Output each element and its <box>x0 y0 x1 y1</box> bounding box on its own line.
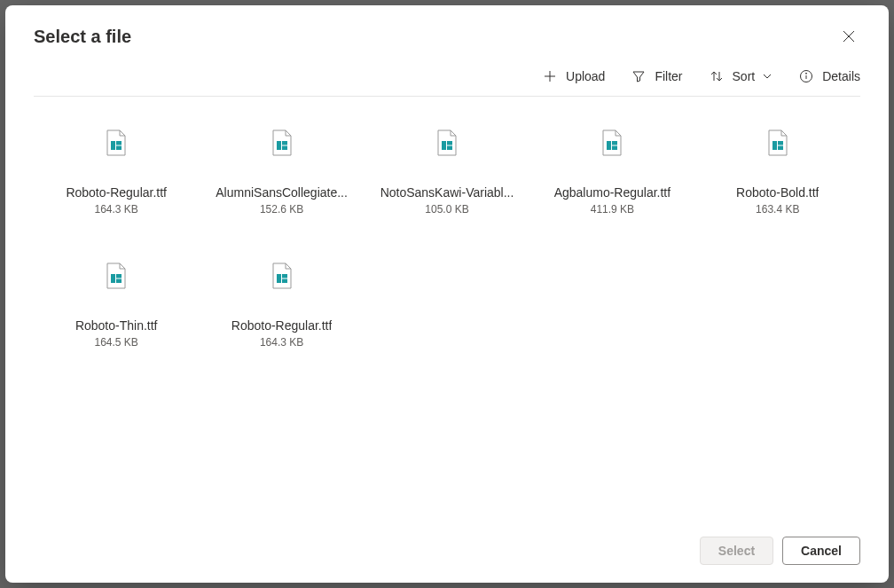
details-button[interactable]: Details <box>799 69 860 83</box>
sort-label: Sort <box>733 69 756 83</box>
file-size: 152.6 KB <box>260 203 303 216</box>
file-size: 164.3 KB <box>260 336 303 349</box>
toolbar: Upload Filter Sort <box>34 60 860 97</box>
file-item[interactable]: Roboto-Thin.ttf 164.5 KB <box>34 247 199 363</box>
file-item[interactable]: AlumniSansCollegiate... 152.6 KB <box>199 114 364 230</box>
file-size: 105.0 KB <box>425 203 468 216</box>
file-name: Roboto-Bold.ttf <box>736 185 819 200</box>
font-file-icon <box>764 129 792 157</box>
file-name: Roboto-Regular.ttf <box>66 185 167 200</box>
svg-rect-15 <box>442 141 446 150</box>
dialog-header: Select a file <box>5 5 889 60</box>
file-item[interactable]: NotoSansKawi-Variabl... 105.0 KB <box>365 114 529 230</box>
svg-rect-14 <box>282 146 287 151</box>
file-item[interactable]: Roboto-Regular.ttf 164.3 KB <box>34 114 199 230</box>
svg-point-8 <box>806 73 807 74</box>
font-file-icon <box>598 129 626 157</box>
font-file-icon <box>268 262 296 290</box>
plus-icon <box>543 69 557 83</box>
dialog-title: Select a file <box>34 27 131 47</box>
file-select-dialog: Select a file Upload Filter <box>5 5 889 583</box>
file-name: Roboto-Regular.ttf <box>231 318 333 333</box>
dialog-footer: Select Cancel <box>5 522 889 583</box>
file-grid: Roboto-Regular.ttf 164.3 KB AlumniSansCo… <box>34 114 860 363</box>
svg-rect-24 <box>111 274 115 283</box>
svg-rect-12 <box>277 141 281 150</box>
filter-icon <box>631 69 646 83</box>
close-icon <box>843 30 855 43</box>
file-name: Roboto-Thin.ttf <box>75 318 158 333</box>
file-item[interactable]: Roboto-Bold.ttf 163.4 KB <box>695 114 860 230</box>
file-name: Agbalumo-Regular.ttf <box>554 185 671 200</box>
file-size: 163.4 KB <box>756 203 799 216</box>
file-name: AlumniSansCollegiate... <box>216 185 348 200</box>
svg-rect-25 <box>116 274 122 278</box>
info-icon <box>799 69 813 83</box>
file-name: NotoSansKawi-Variabl... <box>380 185 514 200</box>
svg-rect-17 <box>447 146 452 151</box>
sort-icon <box>710 69 724 83</box>
file-list-area: Roboto-Regular.ttf 164.3 KB AlumniSansCo… <box>5 97 889 522</box>
svg-rect-21 <box>772 141 777 150</box>
upload-label: Upload <box>566 69 605 83</box>
file-item[interactable]: Agbalumo-Regular.ttf 411.9 KB <box>529 114 694 230</box>
font-file-icon <box>433 129 461 157</box>
svg-rect-10 <box>116 141 122 145</box>
svg-rect-23 <box>778 146 783 151</box>
file-size: 164.5 KB <box>95 336 138 349</box>
svg-rect-13 <box>282 141 287 145</box>
filter-label: Filter <box>655 69 682 83</box>
upload-button[interactable]: Upload <box>543 69 605 83</box>
font-file-icon <box>102 129 130 157</box>
svg-rect-22 <box>778 141 783 145</box>
sort-button[interactable]: Sort <box>710 69 773 83</box>
svg-rect-19 <box>612 141 617 145</box>
select-button[interactable]: Select <box>700 537 773 565</box>
file-size: 411.9 KB <box>591 203 634 216</box>
font-file-icon <box>268 129 296 157</box>
file-item[interactable]: Roboto-Regular.ttf 164.3 KB <box>199 247 364 363</box>
details-label: Details <box>822 69 860 83</box>
svg-rect-27 <box>277 274 281 283</box>
font-file-icon <box>102 262 130 290</box>
chevron-down-icon <box>762 71 772 82</box>
filter-button[interactable]: Filter <box>631 69 682 83</box>
svg-rect-16 <box>447 141 452 145</box>
cancel-button[interactable]: Cancel <box>782 537 860 565</box>
close-button[interactable] <box>837 25 860 48</box>
svg-rect-28 <box>282 274 287 278</box>
svg-rect-18 <box>607 141 611 150</box>
svg-rect-20 <box>612 146 617 151</box>
svg-rect-9 <box>111 141 115 150</box>
svg-rect-29 <box>282 279 287 284</box>
file-size: 164.3 KB <box>95 203 138 216</box>
svg-rect-26 <box>116 279 122 284</box>
svg-rect-11 <box>116 146 122 151</box>
